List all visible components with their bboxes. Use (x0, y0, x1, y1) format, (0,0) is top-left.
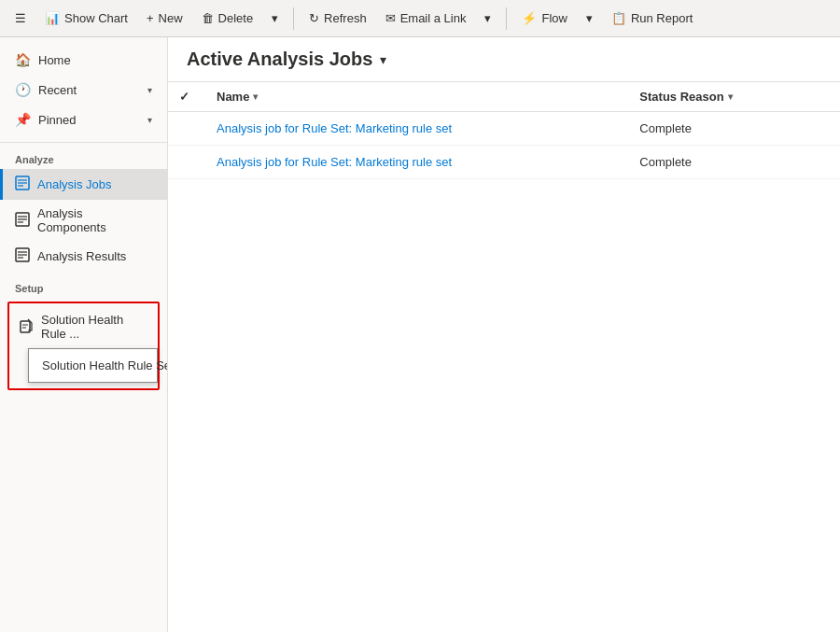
col-header-check: ✓ (168, 82, 205, 112)
separator-2 (506, 7, 507, 30)
pin-icon: 📌 (15, 112, 31, 127)
sidebar-item-pinned[interactable]: 📌 Pinned ▾ (0, 105, 167, 134)
solution-health-icon (19, 318, 34, 336)
page-title: Active Analysis Jobs (187, 49, 372, 70)
report-icon: 📋 (611, 11, 626, 25)
main-layout: 🏠 Home 🕐 Recent ▾ 📌 Pinned ▾ Analyze (0, 37, 840, 632)
title-row: Active Analysis Jobs ▾ (187, 49, 821, 81)
table-row[interactable]: Analysis job for Rule Set: Marketing rul… (168, 112, 840, 146)
sidebar-item-recent[interactable]: 🕐 Recent ▾ (0, 75, 167, 105)
chevron-down-icon-recent: ▾ (147, 85, 152, 95)
title-chevron-icon[interactable]: ▾ (380, 52, 386, 67)
chevron-down-icon-2: ▾ (484, 11, 491, 25)
row-status-0: Complete (628, 112, 840, 146)
chevron-down-icon-pinned: ▾ (147, 115, 152, 125)
solution-health-popup: Solution Health Rule Sets (28, 348, 158, 383)
row-name-1[interactable]: Analysis job for Rule Set: Marketing rul… (205, 146, 628, 179)
sidebar-item-analysis-results[interactable]: Analysis Results (0, 241, 167, 272)
content-header: Active Analysis Jobs ▾ (168, 37, 840, 82)
hamburger-button[interactable]: ☰ (7, 7, 34, 29)
chevron-down-icon: ▾ (272, 11, 278, 25)
table-row[interactable]: Analysis job for Rule Set: Marketing rul… (168, 146, 840, 179)
status-sort-icon: ▾ (728, 91, 733, 102)
analysis-jobs-table: ✓ Name ▾ Status Reason ▾ (168, 82, 840, 179)
job-link-1[interactable]: Analysis job for Rule Set: Marketing rul… (217, 155, 452, 169)
analyze-section-label: Analyze (0, 143, 167, 169)
email-icon: ✉ (385, 11, 396, 25)
row-check-1 (168, 146, 205, 179)
run-report-button[interactable]: 📋 Run Report (604, 7, 700, 29)
components-icon (15, 212, 30, 230)
jobs-icon (15, 176, 30, 193)
chevron-down-icon-3: ▾ (586, 11, 593, 25)
recent-icon: 🕐 (15, 82, 31, 97)
delete-chevron-button[interactable]: ▾ (264, 7, 286, 29)
content-area: Active Analysis Jobs ▾ ✓ Name (168, 37, 840, 632)
email-chevron-button[interactable]: ▾ (477, 7, 498, 29)
delete-button[interactable]: 🗑 Delete (194, 7, 261, 29)
results-icon (15, 247, 30, 265)
table-header: ✓ Name ▾ Status Reason ▾ (168, 82, 840, 112)
row-check-0 (168, 112, 205, 146)
solution-health-box: Solution Health Rule ... Solution Health… (7, 302, 160, 390)
table-container: ✓ Name ▾ Status Reason ▾ (168, 82, 840, 632)
col-header-name[interactable]: Name ▾ (205, 82, 628, 112)
sidebar-item-solution-health[interactable]: Solution Health Rule ... (9, 307, 158, 346)
job-link-0[interactable]: Analysis job for Rule Set: Marketing rul… (217, 121, 452, 135)
row-name-0[interactable]: Analysis job for Rule Set: Marketing rul… (205, 112, 628, 146)
flow-icon: ⚡ (522, 11, 537, 25)
toolbar: ☰ 📊 Show Chart + New 🗑 Delete ▾ ↻ Refres… (0, 0, 840, 37)
name-sort-icon: ▾ (253, 91, 258, 102)
row-status-1: Complete (628, 146, 840, 179)
sidebar: 🏠 Home 🕐 Recent ▾ 📌 Pinned ▾ Analyze (0, 37, 168, 632)
show-chart-button[interactable]: 📊 Show Chart (37, 7, 135, 29)
flow-chevron-button[interactable]: ▾ (579, 7, 600, 29)
sidebar-top-nav: 🏠 Home 🕐 Recent ▾ 📌 Pinned ▾ (0, 37, 167, 143)
delete-icon: 🗑 (202, 11, 214, 25)
sidebar-item-home[interactable]: 🏠 Home (0, 45, 167, 75)
chart-icon: 📊 (45, 11, 60, 25)
refresh-icon: ↻ (309, 11, 319, 25)
solution-health-rule-sets-item[interactable]: Solution Health Rule Sets (29, 353, 157, 378)
sidebar-item-analysis-jobs[interactable]: Analysis Jobs (0, 169, 167, 200)
home-icon: 🏠 (15, 52, 31, 67)
email-link-button[interactable]: ✉ Email a Link (378, 7, 474, 29)
refresh-button[interactable]: ↻ Refresh (301, 7, 374, 29)
new-button[interactable]: + New (139, 7, 190, 29)
hamburger-icon: ☰ (15, 11, 26, 25)
plus-icon: + (147, 11, 154, 25)
col-header-status[interactable]: Status Reason ▾ (628, 82, 840, 112)
separator-1 (293, 7, 294, 30)
sidebar-item-analysis-components[interactable]: Analysis Components (0, 200, 167, 241)
flow-button[interactable]: ⚡ Flow (514, 7, 574, 29)
setup-section-label: Setup (0, 272, 167, 298)
